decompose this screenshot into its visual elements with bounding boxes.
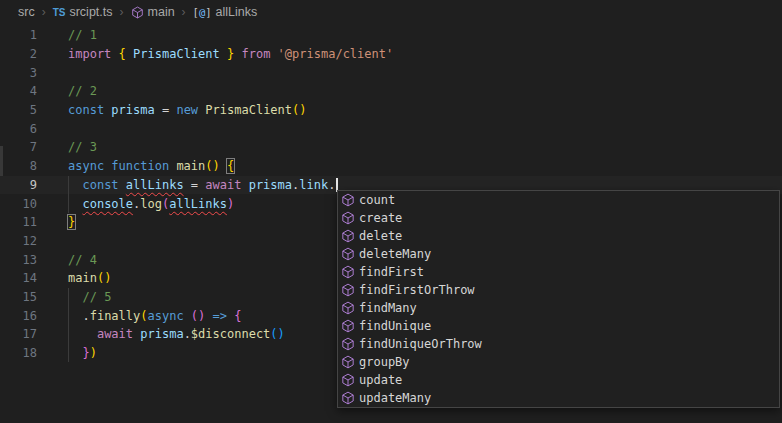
code-token: // 2: [68, 84, 97, 98]
breadcrumb: src›TSsrcipt.ts›main›[@]allLinks: [0, 0, 782, 24]
suggestion-label: create: [359, 211, 402, 225]
code-token: // 4: [68, 253, 97, 267]
line-number: 7: [0, 140, 37, 154]
code-content: async function main() {: [37, 159, 234, 173]
suggestion-item-count[interactable]: count: [338, 191, 779, 209]
suggestion-label: findUnique: [359, 319, 431, 333]
symbol-method-icon: [341, 229, 355, 243]
symbol-method-icon: [341, 265, 355, 279]
suggestion-item-updatemany[interactable]: updateMany: [338, 389, 779, 407]
line-number: 9: [0, 178, 37, 192]
code-line-4[interactable]: 4// 2: [0, 82, 782, 101]
code-line-1[interactable]: 1// 1: [0, 26, 782, 45]
code-token: main: [68, 271, 97, 285]
code-editor-window: src›TSsrcipt.ts›main›[@]allLinks 1// 12i…: [0, 0, 782, 423]
code-content: main(): [37, 271, 111, 285]
code-content: import { PrismaClient } from '@prisma/cl…: [37, 47, 393, 61]
code-token: .: [68, 309, 90, 323]
code-token: allLinks: [169, 197, 227, 211]
code-token: log: [140, 197, 162, 211]
code-token: [241, 178, 248, 192]
line-number: 10: [0, 197, 37, 211]
code-line-5[interactable]: 5const prisma = new PrismaClient(): [0, 101, 782, 120]
suggestion-item-delete[interactable]: delete: [338, 227, 779, 245]
code-token: prisma: [249, 178, 292, 192]
code-token: allLinks: [126, 178, 184, 192]
code-token: // 5: [82, 290, 111, 304]
code-content: }: [37, 215, 75, 229]
code-line-7[interactable]: 7// 3: [0, 138, 782, 157]
code-line-8[interactable]: 8async function main() {: [0, 157, 782, 176]
code-content: await prisma.$disconnect(): [37, 327, 285, 341]
code-token: {: [234, 309, 241, 323]
code-token: PrismaClient: [133, 47, 220, 61]
code-token: console: [82, 197, 133, 211]
code-token: async: [68, 159, 104, 173]
symbol-method-icon: [341, 319, 355, 333]
breadcrumb-label: src: [18, 5, 35, 19]
code-token: }: [68, 215, 75, 229]
code-token: [119, 178, 126, 192]
code-token: {: [227, 159, 234, 173]
code-line-3[interactable]: 3: [0, 63, 782, 82]
code-token: .: [328, 178, 335, 192]
symbol-method-icon: [341, 337, 355, 351]
breadcrumb-label: srcipt.ts: [69, 5, 112, 19]
symbol-method-icon: [341, 247, 355, 261]
code-token: ): [90, 346, 97, 360]
code-token: const: [68, 103, 104, 117]
line-number: 3: [0, 66, 37, 80]
symbol-variable-icon: [@]: [193, 7, 212, 18]
breadcrumb-item-srcipt-ts[interactable]: TSsrcipt.ts: [53, 5, 113, 19]
suggestion-item-findmany[interactable]: findMany: [338, 299, 779, 317]
suggestion-label: findMany: [359, 301, 417, 315]
line-number: 1: [0, 28, 37, 42]
typescript-file-icon: TS: [53, 7, 66, 18]
code-token: import: [68, 47, 111, 61]
breadcrumb-item-alllinks[interactable]: [@]allLinks: [193, 5, 258, 19]
indent-guide: [68, 306, 69, 325]
code-token: new: [176, 103, 198, 117]
code-token: main: [176, 159, 205, 173]
code-token: await: [205, 178, 241, 192]
code-token: (): [191, 309, 205, 323]
breadcrumb-label: allLinks: [216, 5, 258, 19]
breadcrumb-separator-icon: ›: [120, 5, 124, 19]
code-token: link: [299, 178, 328, 192]
breadcrumb-label: main: [148, 5, 175, 19]
code-token: =: [184, 178, 206, 192]
suggestion-item-update[interactable]: update: [338, 371, 779, 389]
suggestion-item-deletemany[interactable]: deleteMany: [338, 245, 779, 263]
code-token: prisma: [111, 103, 154, 117]
code-token: [270, 47, 277, 61]
code-token: [184, 309, 191, 323]
code-token: [111, 47, 118, 61]
suggestion-item-findfirst[interactable]: findFirst: [338, 263, 779, 281]
suggestion-item-create[interactable]: create: [338, 209, 779, 227]
breadcrumb-separator-icon: ›: [182, 5, 186, 19]
suggestion-item-finduniqueorthrow[interactable]: findUniqueOrThrow: [338, 335, 779, 353]
symbol-method-icon: [341, 391, 355, 405]
code-token: [205, 309, 212, 323]
code-token: prisma: [140, 327, 183, 341]
suggestion-label: groupBy: [359, 355, 410, 369]
breadcrumb-item-src[interactable]: src: [18, 5, 35, 19]
code-content: // 2: [37, 84, 97, 98]
code-token: PrismaClient: [205, 103, 292, 117]
code-token: [68, 178, 82, 192]
code-token: [220, 47, 227, 61]
code-token: =: [155, 103, 177, 117]
code-content: // 1: [37, 28, 97, 42]
code-line-2[interactable]: 2import { PrismaClient } from '@prisma/c…: [0, 45, 782, 64]
suggestion-item-findunique[interactable]: findUnique: [338, 317, 779, 335]
code-token: const: [82, 178, 118, 192]
suggestion-label: findFirst: [359, 265, 424, 279]
autocomplete-dropdown: countcreatedeletedeleteManyfindFirstfind…: [337, 190, 780, 408]
code-line-6[interactable]: 6: [0, 119, 782, 138]
line-number: 12: [0, 234, 37, 248]
code-content: // 4: [37, 253, 97, 267]
code-content: // 5: [37, 290, 111, 304]
suggestion-item-groupby[interactable]: groupBy: [338, 353, 779, 371]
breadcrumb-item-main[interactable]: main: [131, 5, 175, 19]
suggestion-item-findfirstorthrow[interactable]: findFirstOrThrow: [338, 281, 779, 299]
